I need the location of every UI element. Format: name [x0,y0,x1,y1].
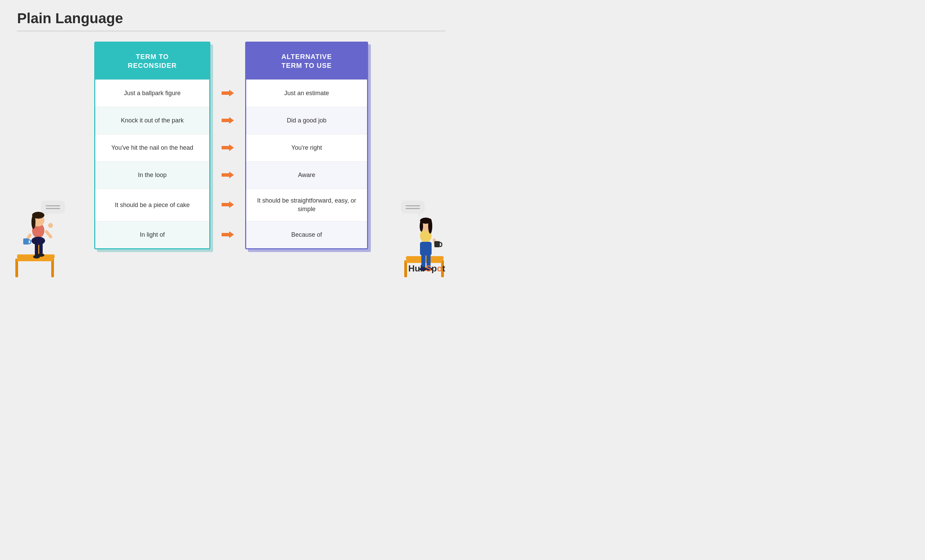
svg-point-14 [32,215,36,229]
left-cell-5: In light of [95,221,209,248]
svg-rect-8 [51,258,54,277]
svg-point-15 [32,237,45,245]
svg-rect-21 [23,239,29,245]
left-cell-0: Just a ballpark figure [95,80,209,107]
arrow-0 [221,79,234,107]
arrow-5 [221,221,234,248]
svg-marker-3 [221,171,234,179]
svg-marker-2 [221,144,234,151]
hubspot-o: o [437,263,442,273]
right-column-header: ALTERNATIVETERM TO USE [246,43,367,80]
svg-marker-1 [221,117,234,124]
right-cell-4: It should be straightforward, easy, or s… [246,189,367,221]
right-cell-0: Just an estimate [246,80,367,107]
left-cells: Just a ballpark figureKnock it out of th… [95,80,209,248]
left-cell-4: It should be a piece of cake [95,189,209,221]
arrow-4 [221,188,234,221]
left-cell-3: In the loop [95,161,209,189]
page-title: Plain Language [17,10,445,27]
svg-rect-7 [15,258,18,277]
svg-point-19 [38,254,44,257]
arrow-3 [221,161,234,188]
svg-rect-17 [39,242,43,254]
svg-marker-0 [221,90,234,96]
main-content: TERM TORECONSIDER Just a ballpark figure… [17,42,445,249]
svg-point-33 [428,219,432,234]
right-cells: Just an estimateDid a good jobYou're rig… [246,80,367,248]
right-column: ALTERNATIVETERM TO USE Just an estimateD… [245,42,368,249]
hubspot-dot: S [425,263,431,273]
svg-point-34 [420,221,423,231]
svg-rect-9 [17,258,53,261]
right-cell-5: Because of [246,221,367,248]
svg-rect-22 [44,230,53,239]
left-column-header: TERM TORECONSIDER [95,43,209,80]
page: Plain Language TERM TORECONSIDER Just a … [0,0,462,280]
arrow-1 [221,107,234,134]
left-cell-1: Knock it out of the park [95,107,209,134]
svg-rect-40 [434,241,440,247]
left-cell-2: You've hit the nail on the head [95,134,209,161]
right-cell-3: Aware [246,161,367,189]
divider [17,31,445,32]
left-column: TERM TORECONSIDER Just a ballpark figure… [94,42,210,249]
arrows-column [216,42,240,248]
svg-marker-5 [221,231,234,238]
right-cell-1: Did a good job [246,107,367,134]
arrow-2 [221,134,234,161]
person-left-illustration [10,201,66,280]
svg-point-23 [48,223,53,228]
svg-rect-16 [35,242,38,256]
svg-marker-4 [221,201,234,208]
right-cell-2: You're right [246,134,367,161]
hubspot-logo: HubSpot [408,263,445,274]
